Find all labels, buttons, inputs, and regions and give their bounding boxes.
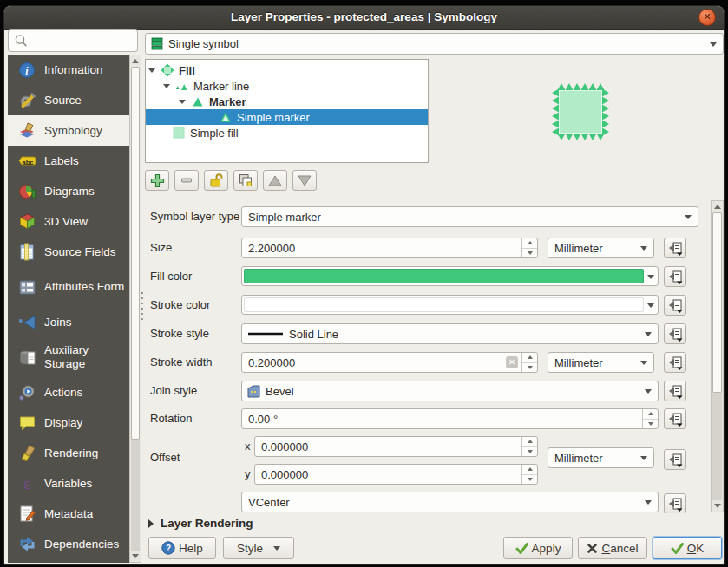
style-button[interactable]: Style [223,537,294,559]
move-up-button[interactable] [263,170,287,191]
size-unit-select[interactable]: Millimeter [548,238,654,258]
sidebar-item-source[interactable]: Source [8,85,129,115]
symbol-preview [548,81,615,145]
symbol-layer-type-select[interactable]: Simple marker [241,206,698,227]
sidebar-item-joins[interactable]: Joins [8,307,129,337]
sidebar-item-auxiliary-storage[interactable]: Auxiliary Storage [8,337,129,377]
sidebar-item-information[interactable]: iInformation [8,55,129,85]
data-defined-override-icon [667,452,684,468]
splitter-handle[interactable] [141,292,143,322]
diagrams-icon [16,182,37,201]
marker-icon [190,94,206,108]
clear-icon[interactable]: ✕ [506,356,518,368]
spinner[interactable] [642,409,658,428]
offset-y-input[interactable]: 0.000000 [254,464,538,485]
spinner[interactable] [521,353,537,372]
stroke-width-data-defined-override-button[interactable] [664,352,686,373]
symbol-tree-item-marker-line[interactable]: Marker line [146,78,428,94]
duplicate-symbol-layer-button[interactable] [233,170,258,191]
sidebar-item-actions[interactable]: Actions [8,377,129,407]
check-icon [515,543,528,554]
data-defined-override-icon [667,496,684,512]
sidebar-item-attributes-form[interactable]: Attributes Form [8,267,129,307]
rotation-label: Rotation [150,408,192,429]
offset-y-label: y [245,464,251,485]
search-input[interactable] [31,34,137,49]
chevron-down-icon [640,246,647,251]
sidebar-item-labels[interactable]: abcLabels [8,146,129,176]
join-style-data-defined-override-button[interactable] [664,381,686,401]
sidebar-item-variables[interactable]: εVariables [8,468,129,499]
close-icon[interactable]: ✕ [698,9,716,26]
tree-item-label: Simple marker [237,111,310,124]
remove-symbol-layer-button[interactable] [174,170,199,191]
stroke-style-data-defined-override-button[interactable] [664,323,686,344]
size-input[interactable]: 2.200000 [241,238,538,258]
rotation-input[interactable]: 0.00 ° [241,408,659,429]
help-button[interactable]: ? Help [148,537,216,559]
lock-colors-button[interactable] [204,170,228,191]
scroll-down-icon[interactable] [714,504,721,508]
ok-button[interactable]: OK [653,537,722,559]
fill-color-swatch [244,269,644,284]
svg-text:abc: abc [22,158,33,166]
symbol-tree-item-fill[interactable]: Fill [146,62,428,78]
scroll-up-icon[interactable] [132,59,139,63]
stroke-color-data-defined-override-button[interactable] [664,295,686,316]
sidebar-item-dependencies[interactable]: Dependencies [8,529,129,559]
scroll-down-icon[interactable] [132,554,139,558]
scroll-up-icon[interactable] [714,205,721,209]
sidebar-scrollbar[interactable] [129,55,141,563]
x-icon [587,543,598,554]
sidebar-item-metadata[interactable]: Metadata [8,499,129,529]
chevron-down-icon [645,500,652,505]
apply-button[interactable]: Apply [503,537,573,559]
size-data-defined-override-button[interactable] [664,238,686,258]
layer-properties-dialog: Layer Properties - protected_areas | Sym… [3,5,725,565]
spinner[interactable] [521,437,537,456]
symbol-tree-item-simple-marker[interactable]: Simple marker [146,109,428,125]
sidebar-item-source-fields[interactable]: Source Fields [8,237,129,267]
stroke-width-unit-select[interactable]: Millimeter [548,352,654,373]
symbol-layer-type-label: Symbol layer type [150,206,239,227]
stroke-color-label: Stroke color [150,295,210,316]
join-style-select[interactable]: Bevel [241,381,659,401]
sidebar-item-label: Metadata [44,507,128,521]
scrollbar-thumb[interactable] [712,212,722,393]
chevron-down-icon [273,546,280,551]
symbol-tree-item-simple-fill[interactable]: Simple fill [146,125,428,140]
fill-color-button[interactable] [241,266,659,286]
stroke-width-input[interactable]: 0.200000 ✕ [241,352,538,373]
layer-rendering-section[interactable]: Layer Rendering [148,517,253,530]
spinner[interactable] [521,238,537,257]
offset-data-defined-override-button[interactable] [664,449,686,470]
offset-unit-select[interactable]: Millimeter [548,447,654,468]
stroke-style-select[interactable]: Solid Line [241,323,659,344]
data-defined-override-icon [667,355,684,371]
anchor-data-defined-override-button[interactable] [664,493,686,513]
properties-scrollbar[interactable] [711,200,724,512]
scrollbar-thumb[interactable] [131,67,140,440]
sidebar-item-label: Joins [44,316,128,329]
sidebar-item-symbology[interactable]: Symbology [8,115,129,146]
spinner[interactable] [521,465,537,484]
expander-icon[interactable] [179,100,186,104]
add-symbol-layer-button[interactable] [145,170,169,191]
anchor-point-select[interactable]: VCenter [241,492,659,512]
rotation-data-defined-override-button[interactable] [664,408,686,429]
window-title: Layer Properties - protected_areas | Sym… [4,10,724,23]
symbol-tree-item-marker[interactable]: Marker [146,94,428,109]
move-down-button[interactable] [292,170,317,191]
renderer-combobox[interactable]: Single symbol [145,33,724,55]
expander-icon[interactable] [148,68,155,73]
sidebar-item-display[interactable]: Display [8,407,129,438]
fill-color-data-defined-override-button[interactable] [664,266,686,287]
sidebar-item-diagrams[interactable]: Diagrams [8,176,129,206]
stroke-color-button[interactable] [241,295,659,315]
svg-text:ε: ε [23,475,30,492]
expander-icon[interactable] [163,84,170,88]
sidebar-item-rendering[interactable]: Rendering [8,438,129,468]
sidebar-item-3d-view[interactable]: 3D View [8,206,129,237]
cancel-button[interactable]: Cancel [578,537,647,559]
offset-x-input[interactable]: 0.000000 [254,436,538,457]
